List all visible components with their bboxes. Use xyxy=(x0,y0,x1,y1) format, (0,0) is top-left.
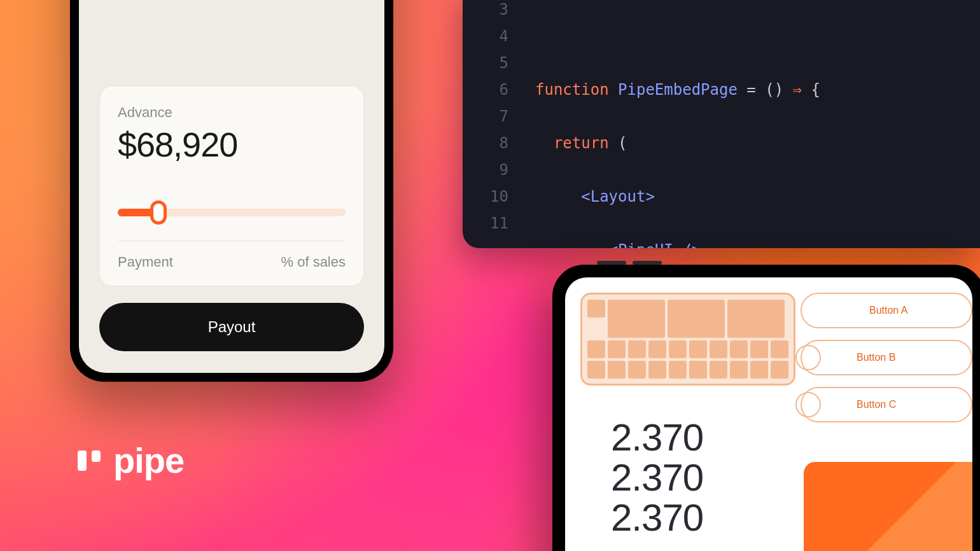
payment-label: Payment xyxy=(118,254,173,270)
divider xyxy=(118,241,346,241)
advance-label: Advance xyxy=(118,104,346,121)
line-number: 10 xyxy=(463,183,508,210)
phone-screen: Advance $68,920 Payment % of sales Payou… xyxy=(79,0,384,373)
button-stack: Button A Button B Button C xyxy=(801,293,972,422)
pipe-logo-mark-icon xyxy=(76,447,104,475)
design-button-a[interactable]: Button A xyxy=(801,293,972,328)
code-line: <PipeUI /> xyxy=(535,237,820,248)
line-number: 5 xyxy=(463,50,508,76)
payout-button[interactable]: Payout xyxy=(99,303,364,351)
code-body[interactable]: function PipeEmbedPage = () ⇒ { return (… xyxy=(520,0,820,248)
design-button-b[interactable]: Button B xyxy=(801,340,972,375)
code-gutter: 3 4 5 6 7 8 9 10 11 xyxy=(463,0,520,248)
code-line: return ( xyxy=(535,130,820,157)
code-line: <Layout> xyxy=(535,183,820,210)
code-line: function PipeEmbedPage = () ⇒ { xyxy=(535,76,820,103)
button-label: Button C xyxy=(857,399,896,410)
phone-mockup: Advance $68,920 Payment % of sales Payou… xyxy=(70,0,393,382)
button-label: Button A xyxy=(869,305,908,316)
line-number: 4 xyxy=(463,23,508,50)
svg-rect-0 xyxy=(78,450,87,471)
pipe-logo: pipe xyxy=(76,440,184,481)
slider-thumb[interactable] xyxy=(150,200,167,225)
specimen-value: 2.370 xyxy=(611,417,703,457)
line-number: 11 xyxy=(463,210,508,237)
slider-track xyxy=(118,209,346,216)
line-number: 3 xyxy=(463,0,508,23)
line-number: 8 xyxy=(463,130,508,157)
line-number: 9 xyxy=(463,157,508,183)
button-label: Button B xyxy=(857,352,895,363)
specimen-value: 2.370 xyxy=(611,498,703,538)
design-button-c[interactable]: Button C xyxy=(801,387,972,422)
tablet-mockup: Button A Button B Button C 2.370 2.370 2… xyxy=(552,265,980,551)
code-line xyxy=(535,23,820,50)
color-swatch xyxy=(804,462,972,551)
advance-slider[interactable]: Payment % of sales xyxy=(118,209,346,270)
pipe-logo-text: pipe xyxy=(113,440,184,481)
specimen-value: 2.370 xyxy=(611,457,703,498)
code-editor: 3 4 5 6 7 8 9 10 11 function PipeEmbedPa… xyxy=(463,0,980,248)
number-specimen: 2.370 2.370 2.370 xyxy=(596,411,718,538)
design-grid xyxy=(580,293,795,386)
advance-amount: $68,920 xyxy=(118,125,346,164)
marketing-canvas: Advance $68,920 Payment % of sales Payou… xyxy=(0,0,980,551)
advance-card: Advance $68,920 Payment % of sales xyxy=(99,86,364,286)
pct-sales-label: % of sales xyxy=(281,254,346,270)
line-number: 6 xyxy=(463,76,508,103)
line-number: 7 xyxy=(463,103,508,130)
svg-rect-1 xyxy=(92,450,101,462)
tablet-screen: Button A Button B Button C 2.370 2.370 2… xyxy=(565,277,972,551)
